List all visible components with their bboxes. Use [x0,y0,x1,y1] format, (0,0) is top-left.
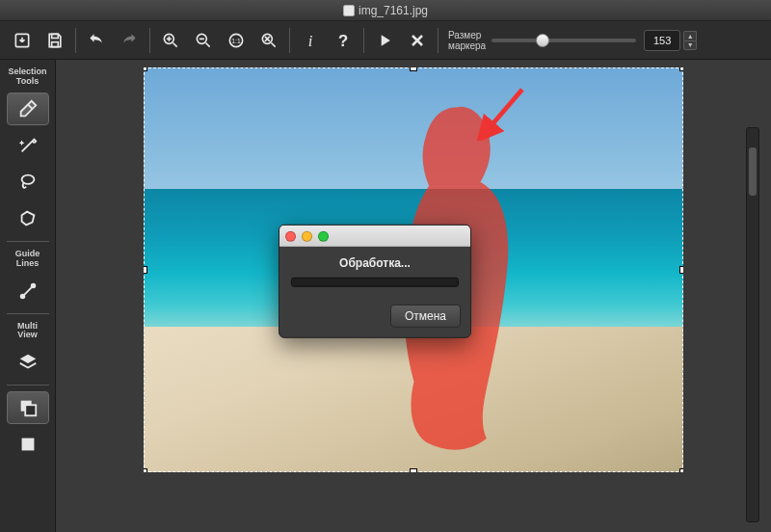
resize-handle-e[interactable] [679,266,683,274]
marker-size-label: Размер маркера [448,30,486,51]
play-button[interactable] [368,26,401,55]
resize-handle-n[interactable] [410,67,417,71]
window-titlebar: img_7161.jpg [0,0,771,21]
resize-handle-se[interactable] [679,468,683,472]
multi-view-label: Multi View [17,322,38,341]
toolbar-separator [363,28,364,53]
photo-sand-layer [144,327,683,472]
stepper-down-icon[interactable]: ▼ [683,40,697,50]
line-tool[interactable] [7,275,49,307]
svg-text:?: ? [338,31,348,49]
compare-view-button[interactable] [7,391,49,424]
guide-lines-label: Guide Lines [15,250,40,269]
info-button[interactable]: i [294,26,327,55]
svg-rect-15 [21,439,34,451]
image-canvas[interactable]: Обработка... Отмена [144,67,683,472]
toolbar-separator [289,28,290,53]
marker-size-slider[interactable] [492,39,636,42]
sidebar-divider [7,385,49,386]
cancel-action-button[interactable] [401,26,434,55]
sidebar-divider [7,241,49,242]
main-toolbar: 1:1 i ? Размер маркера 153 ▲ ▼ [0,21,771,60]
resize-handle-ne[interactable] [679,67,683,71]
zoom-in-button[interactable] [154,26,187,55]
minimize-icon[interactable] [302,230,312,241]
svg-rect-14 [25,406,36,416]
canvas-area: Обработка... Отмена [56,60,771,532]
slider-knob[interactable] [536,34,549,47]
cancel-button[interactable]: Отмена [390,305,461,328]
svg-text:i: i [308,31,313,49]
dialog-titlebar[interactable] [279,226,470,247]
marker-size-stepper[interactable]: ▲ ▼ [683,31,697,50]
resize-handle-nw[interactable] [144,67,147,71]
dialog-title: Обработка... [291,256,459,270]
svg-text:1:1: 1:1 [231,37,241,43]
zoom-fit-button[interactable] [253,26,285,55]
magic-wand-tool[interactable] [7,129,49,162]
single-view-button[interactable] [7,428,49,461]
svg-rect-1 [52,34,59,38]
document-icon [343,5,355,16]
download-button[interactable] [6,26,39,55]
polygon-lasso-tool[interactable] [7,202,49,235]
undo-button[interactable] [80,26,113,55]
vertical-scrollbar[interactable] [746,127,759,522]
scrollbar-thumb[interactable] [749,147,757,196]
resize-handle-sw[interactable] [144,468,147,472]
selection-tools-label: Selection Tools [8,67,46,87]
toolbar-separator [438,28,439,53]
progress-bar [291,278,459,287]
zoom-out-button[interactable] [187,26,220,55]
stepper-up-icon[interactable]: ▲ [683,31,697,40]
toolbar-separator [149,28,150,53]
lasso-tool[interactable] [7,166,49,199]
tool-sidebar: Selection Tools Guide Lines Multi View [0,60,56,532]
toolbar-separator [75,28,76,53]
zoom-icon[interactable] [318,230,329,241]
svg-point-10 [21,174,34,183]
processing-dialog: Обработка... Отмена [279,225,471,338]
redo-button[interactable] [113,26,146,55]
svg-rect-2 [52,41,59,46]
resize-handle-s[interactable] [410,468,417,472]
resize-handle-w[interactable] [144,266,147,274]
layers-button[interactable] [7,346,49,379]
help-button[interactable]: ? [327,26,359,55]
eraser-tool[interactable] [7,93,49,125]
save-button[interactable] [39,26,71,55]
window-title: img_7161.jpg [359,4,428,17]
sidebar-divider [7,313,49,314]
close-icon[interactable] [285,230,296,241]
zoom-actual-button[interactable]: 1:1 [220,26,253,55]
marker-size-value[interactable]: 153 [644,30,680,51]
